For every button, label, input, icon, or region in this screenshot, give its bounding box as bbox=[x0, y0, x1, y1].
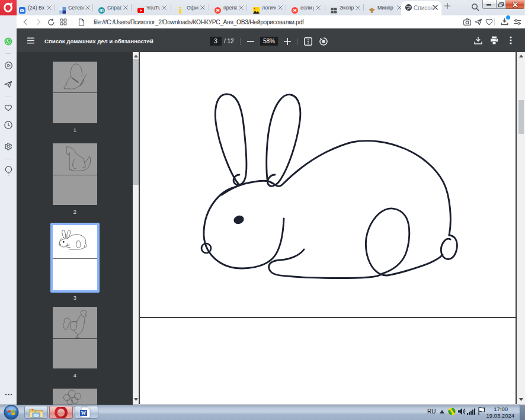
svg-text:W: W bbox=[81, 410, 87, 416]
svg-text:Я: Я bbox=[293, 8, 297, 13]
svg-text:Я: Я bbox=[216, 8, 220, 13]
